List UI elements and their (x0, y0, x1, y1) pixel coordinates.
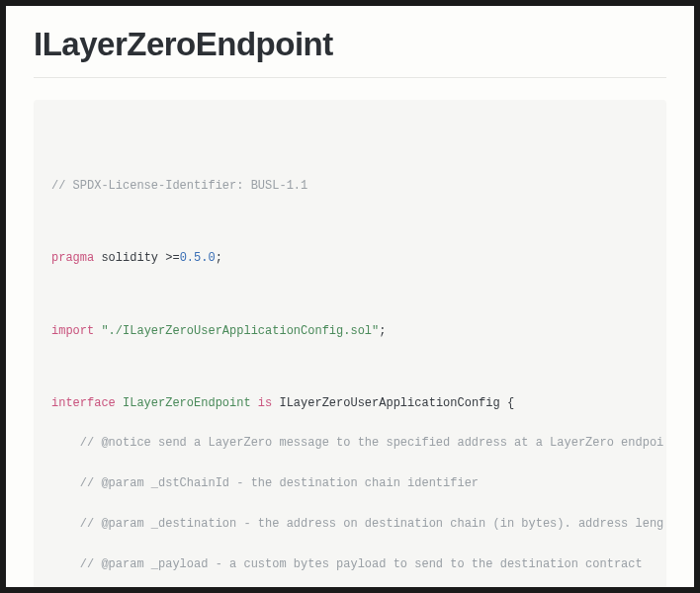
keyword-is: is (258, 396, 272, 410)
code-comment: // @notice send a LayerZero message to t… (51, 436, 663, 450)
parent-name: ILayerZeroUserApplicationConfig { (272, 396, 514, 410)
interface-name: ILayerZeroEndpoint (116, 396, 258, 410)
code-comment: // @param _destination - the address on … (51, 517, 663, 531)
document-page: ILayerZeroEndpoint // SPDX-License-Ident… (6, 6, 694, 587)
code-block: // SPDX-License-Identifier: BUSL-1.1 pra… (34, 100, 666, 587)
code-comment: // SPDX-License-Identifier: BUSL-1.1 (51, 179, 307, 193)
import-path: "./ILayerZeroUserApplicationConfig.sol" (101, 324, 379, 338)
code-comment: // @param _dstChainId - the destination … (51, 476, 479, 490)
code-text: ; (379, 324, 386, 338)
title-divider (34, 77, 666, 78)
copy-icon (610, 100, 666, 150)
code-comment: // @param _payload - a custom bytes payl… (51, 557, 643, 571)
keyword-import: import (51, 324, 94, 338)
copy-button[interactable] (637, 110, 655, 127)
keyword-interface: interface (51, 396, 116, 410)
code-text: solidity >= (94, 251, 179, 265)
version-number: 0.5.0 (180, 251, 216, 265)
page-title: ILayerZeroEndpoint (34, 26, 666, 63)
code-text: ; (216, 251, 222, 265)
keyword-pragma: pragma (51, 251, 94, 265)
